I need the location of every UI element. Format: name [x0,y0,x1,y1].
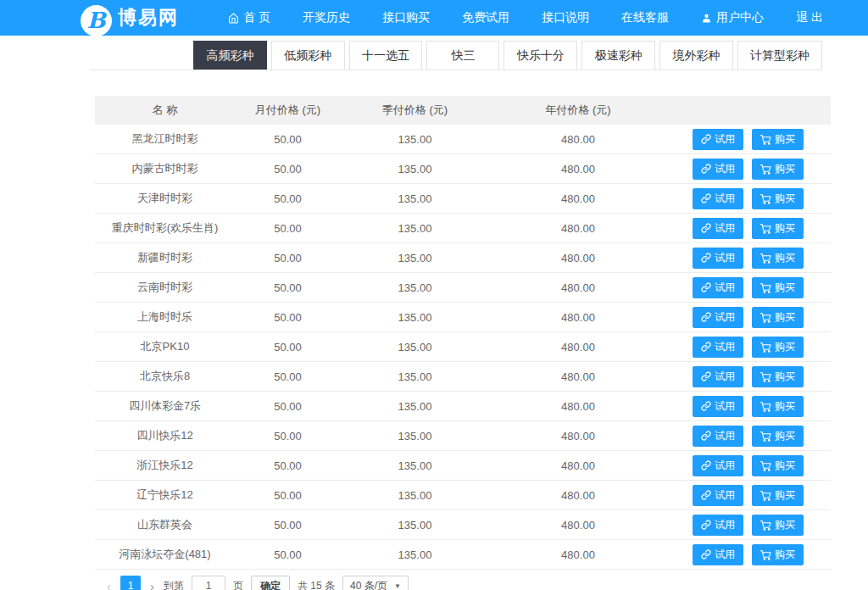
nav-item[interactable]: 开奖历史 [287,0,366,36]
next-page-button[interactable]: › [148,580,156,590]
nav-item[interactable]: 免费试用 [446,0,526,36]
category-tab[interactable]: 境外彩种 [659,41,733,70]
link-icon [701,282,711,292]
trial-button[interactable]: 试用 [693,544,743,565]
link-icon [701,520,711,530]
home-icon [228,13,239,24]
trial-button[interactable]: 试用 [693,188,743,209]
caret-down-icon: ▼ [394,582,401,590]
table-row: 天津时时彩 50.00 135.00 480.00 试用 购买 [95,184,831,214]
brand-logo[interactable]: B 博易网 [81,3,179,34]
category-tab[interactable]: 计算型彩种 [737,41,822,70]
buy-button[interactable]: 购买 [752,277,804,298]
buy-button[interactable]: 购买 [752,337,804,358]
table-row: 山东群英会 50.00 135.00 480.00 试用 购买 [95,510,831,540]
cell-monthly-price: 50.00 [235,400,341,413]
category-tab[interactable]: 十一选五 [349,41,423,70]
link-icon [701,371,711,381]
cell-actions: 试用 购买 [667,426,831,447]
category-tab[interactable]: 低频彩种 [271,41,345,70]
trial-button[interactable]: 试用 [693,426,743,447]
cell-name: 云南时时彩 [95,280,235,295]
buy-button[interactable]: 购买 [752,188,804,209]
table-header-row: 名 称 月付价格 (元) 季付价格 (元) 年付价格 (元) [95,96,831,125]
trial-button[interactable]: 试用 [693,396,743,417]
cell-quarterly-price: 135.00 [341,430,489,442]
cell-monthly-price: 50.00 [235,489,341,502]
table-row: 河南泳坛夺金(481) 50.00 135.00 480.00 试用 购买 [95,540,831,570]
buy-button[interactable]: 购买 [752,426,804,447]
trial-button[interactable]: 试用 [693,455,743,476]
nav-item[interactable]: 首 页 [212,0,287,36]
cell-quarterly-price: 135.00 [341,252,489,264]
nav-item-label: 接口说明 [542,10,589,25]
per-page-select[interactable]: 40 条/页 ▼ [342,576,409,590]
buy-button-label: 购买 [775,192,795,206]
header-quarterly-price: 季付价格 (元) [341,103,489,118]
trial-button[interactable]: 试用 [693,307,743,328]
cell-actions: 试用 购买 [667,307,831,328]
nav-item-label: 首 页 [243,10,270,25]
link-icon [701,312,711,322]
trial-button[interactable]: 试用 [693,277,743,298]
category-tab[interactable]: 极速彩种 [581,41,655,70]
cell-quarterly-price: 135.00 [341,281,489,294]
table-body: 黑龙江时时彩 50.00 135.00 480.00 试用 购买 内蒙古时时彩 … [95,125,831,570]
nav-item[interactable]: 接口说明 [526,0,605,36]
category-tab[interactable]: 高频彩种 [193,41,267,70]
header-monthly-price: 月付价格 (元) [235,103,341,118]
link-icon [701,401,711,411]
nav-item[interactable]: 用户中心 [685,0,780,36]
trial-button[interactable]: 试用 [693,248,743,269]
buy-button[interactable]: 购买 [752,544,804,565]
header-yearly-price: 年付价格 (元) [489,103,667,118]
buy-button[interactable]: 购买 [752,307,804,328]
cell-quarterly-price: 135.00 [341,489,489,502]
trial-button[interactable]: 试用 [693,366,743,387]
nav-item[interactable]: 退 出 [780,0,839,36]
cell-actions: 试用 购买 [667,159,831,180]
trial-button[interactable]: 试用 [693,129,743,150]
buy-button-label: 购买 [775,548,795,562]
category-tab[interactable]: 快三 [426,41,499,70]
link-icon [701,253,711,263]
prev-page-button[interactable]: ‹ [105,580,113,590]
buy-button[interactable]: 购买 [752,515,804,536]
cell-name: 内蒙古时时彩 [95,161,235,176]
buy-button-label: 购买 [775,518,795,532]
buy-button[interactable]: 购买 [752,129,804,150]
trial-button[interactable]: 试用 [693,515,743,536]
cart-icon [760,134,771,145]
cell-quarterly-price: 135.00 [341,370,489,383]
cell-name: 黑龙江时时彩 [95,131,235,147]
buy-button[interactable]: 购买 [752,485,804,506]
trial-button[interactable]: 试用 [693,485,743,506]
buy-button[interactable]: 购买 [752,396,804,417]
nav-item-label: 退 出 [796,10,823,25]
buy-button[interactable]: 购买 [752,159,804,180]
nav-item[interactable]: 接口购买 [366,0,446,36]
goto-page-input[interactable] [192,576,225,590]
buy-button[interactable]: 购买 [752,248,804,269]
trial-button[interactable]: 试用 [693,218,743,239]
cell-monthly-price: 50.00 [235,519,341,532]
category-tab[interactable]: 快乐十分 [504,41,577,70]
cart-icon [760,520,771,531]
cell-quarterly-price: 135.00 [341,311,489,324]
confirm-button[interactable]: 确定 [251,576,290,590]
buy-button-label: 购买 [775,459,795,473]
cell-monthly-price: 50.00 [235,430,341,442]
user-icon [701,13,712,24]
category-tabs: 高频彩种低频彩种十一选五快三快乐十分极速彩种境外彩种计算型彩种 [89,41,822,70]
trial-button[interactable]: 试用 [693,159,743,180]
nav-item[interactable]: 在线客服 [605,0,685,36]
page-number-button[interactable]: 1 [120,576,141,590]
trial-button[interactable]: 试用 [693,337,743,358]
cell-name: 北京快乐8 [95,369,235,384]
cell-name: 上海时时乐 [95,309,235,325]
cell-yearly-price: 480.00 [489,192,667,205]
buy-button[interactable]: 购买 [752,455,804,476]
buy-button[interactable]: 购买 [752,218,804,239]
cell-quarterly-price: 135.00 [341,133,489,146]
buy-button[interactable]: 购买 [752,366,804,387]
